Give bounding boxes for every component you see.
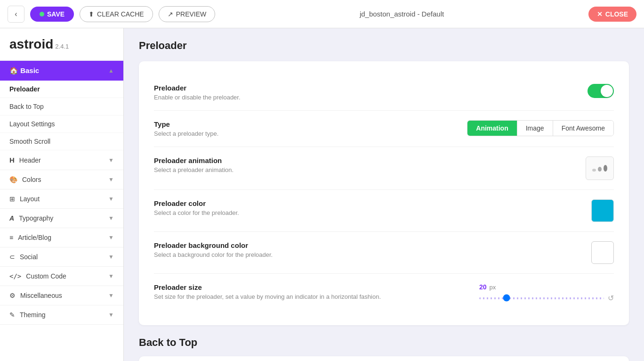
social-icon: ⊂ [9, 253, 15, 261]
preloader-toggle-desc: Enable or disable the preloader. [154, 94, 430, 101]
sidebar-item-custom-code[interactable]: </> Custom Code ▼ [0, 267, 123, 286]
theming-label: Theming [20, 311, 45, 319]
type-option-animation[interactable]: Animation [467, 121, 517, 136]
size-slider-input[interactable] [479, 294, 604, 302]
save-button[interactable]: SAVE [30, 7, 74, 22]
color-label: Preloader color [154, 199, 430, 207]
custom-code-chevron: ▼ [108, 273, 114, 279]
preview-icon: ↗ [168, 10, 173, 18]
upload-icon: ⬆ [89, 10, 94, 18]
toggle-knob [601, 85, 613, 97]
close-icon: ✕ [597, 10, 603, 18]
slider-track-wrapper [479, 297, 604, 299]
sidebar-item-article-blog[interactable]: ≡ Article/Blog ▼ [0, 228, 123, 247]
sidebar-item-preloader[interactable]: Preloader [0, 81, 123, 98]
size-unit: px [490, 284, 496, 291]
clear-cache-button[interactable]: ⬆ CLEAR CACHE [80, 6, 153, 22]
layout-chevron: ▼ [108, 196, 114, 202]
home-icon: 🏠 [9, 66, 18, 74]
close-button[interactable]: ✕ CLOSE [588, 7, 636, 22]
animation-desc: Select a preloader animation. [154, 166, 430, 173]
smooth-scroll-item-label: Smooth Scroll [9, 138, 50, 145]
clear-cache-label: CLEAR CACHE [97, 10, 144, 18]
sidebar-item-layout-settings[interactable]: Layout Settings [0, 115, 123, 133]
back-to-top-card [139, 356, 629, 361]
typography-label: Typography [19, 214, 53, 222]
article-label: Article/Blog [18, 234, 51, 241]
bottom-section-title: Back to Top [139, 336, 629, 349]
typography-chevron: ▼ [108, 215, 114, 222]
custom-code-label: Custom Code [26, 272, 66, 280]
sidebar-section-basic[interactable]: 🏠 Basic ▲ [0, 61, 123, 81]
page-title: Preloader [139, 40, 629, 52]
sidebar-item-header[interactable]: H Header ▼ [0, 150, 123, 170]
bg-color-swatch[interactable] [591, 241, 614, 264]
main-layout: astroid 2.4.1 🏠 Basic ▲ Preloader Back t… [0, 28, 644, 361]
sidebar-item-layout[interactable]: ⊞ Layout ▼ [0, 189, 123, 209]
preloader-toggle[interactable] [588, 84, 614, 98]
animation-preview[interactable] [586, 156, 614, 180]
type-label: Type [154, 120, 430, 128]
header-label: Header [19, 156, 41, 164]
theming-icon: ✎ [9, 311, 15, 319]
size-label: Preloader size [154, 283, 430, 291]
sidebar-item-back-to-top[interactable]: Back to Top [0, 98, 123, 115]
sidebar-item-colors[interactable]: 🎨 Colors ▼ [0, 170, 123, 189]
color-desc: Select a color for the preloader. [154, 209, 430, 216]
type-desc: Select a preloader type. [154, 130, 430, 137]
sidebar-item-smooth-scroll[interactable]: Smooth Scroll [0, 133, 123, 150]
size-desc: Set size for the preloader, set a value … [154, 293, 430, 300]
color-row: Preloader color Select a color for the p… [154, 190, 614, 232]
article-icon: ≡ [9, 234, 13, 241]
misc-chevron: ▼ [108, 292, 114, 299]
theming-chevron: ▼ [108, 312, 114, 318]
back-button[interactable]: ‹ [8, 6, 24, 23]
save-label: SAVE [47, 10, 64, 18]
layout-label: Layout [20, 195, 40, 203]
sidebar-item-theming[interactable]: ✎ Theming ▼ [0, 305, 123, 325]
back-to-top-item-label: Back to Top [9, 103, 44, 110]
colors-label: Colors [22, 176, 41, 183]
dot-3 [604, 165, 607, 172]
save-dot [40, 12, 44, 16]
bg-color-row: Preloader background color Select a back… [154, 232, 614, 274]
preview-button[interactable]: ↗ PREVIEW [159, 6, 216, 22]
type-option-font-awesome[interactable]: Font Awesome [553, 121, 613, 136]
reset-button[interactable]: ↺ [608, 294, 614, 303]
sidebar-item-typography[interactable]: A Typography ▼ [0, 209, 123, 228]
preloader-toggle-label: Preloader [154, 84, 430, 92]
bg-color-label: Preloader background color [154, 241, 430, 249]
sidebar-item-miscellaneous[interactable]: ⚙ Miscellaneous ▼ [0, 286, 123, 305]
size-row: Preloader size Set size for the preloade… [154, 274, 614, 312]
preloader-card: Preloader Enable or disable the preloade… [139, 61, 629, 325]
typography-icon: A [9, 214, 14, 222]
bg-color-desc: Select a background color for the preloa… [154, 251, 430, 258]
colors-chevron: ▼ [108, 176, 114, 183]
misc-icon: ⚙ [9, 292, 16, 299]
basic-label-wrapper: 🏠 Basic [9, 66, 39, 75]
type-btn-group: Animation Image Font Awesome [467, 120, 614, 136]
animation-label: Preloader animation [154, 156, 430, 164]
custom-code-icon: </> [9, 272, 21, 280]
logo-text: astroid [9, 37, 53, 52]
sidebar: astroid 2.4.1 🏠 Basic ▲ Preloader Back t… [0, 28, 124, 361]
animation-row: Preloader animation Select a preloader a… [154, 147, 614, 190]
sidebar-item-social[interactable]: ⊂ Social ▼ [0, 247, 123, 267]
misc-label: Miscellaneous [20, 292, 62, 299]
dot-1 [592, 169, 596, 172]
preloader-toggle-row: Preloader Enable or disable the preloade… [154, 74, 614, 111]
type-option-image[interactable]: Image [517, 121, 553, 136]
preloader-color-swatch[interactable] [591, 199, 614, 222]
type-row: Type Select a preloader type. Animation … [154, 111, 614, 147]
animation-dots [592, 165, 607, 172]
header-icon: H [9, 156, 15, 164]
dot-2 [598, 167, 602, 172]
colors-icon: 🎨 [9, 176, 17, 183]
size-value: 20 [479, 283, 487, 291]
preloader-item-label: Preloader [9, 85, 40, 93]
header-chevron: ▼ [108, 157, 114, 164]
close-label: CLOSE [605, 10, 628, 18]
basic-label: Basic [20, 66, 39, 74]
preview-label: PREVIEW [176, 10, 207, 18]
sidebar-logo: astroid 2.4.1 [0, 28, 123, 61]
